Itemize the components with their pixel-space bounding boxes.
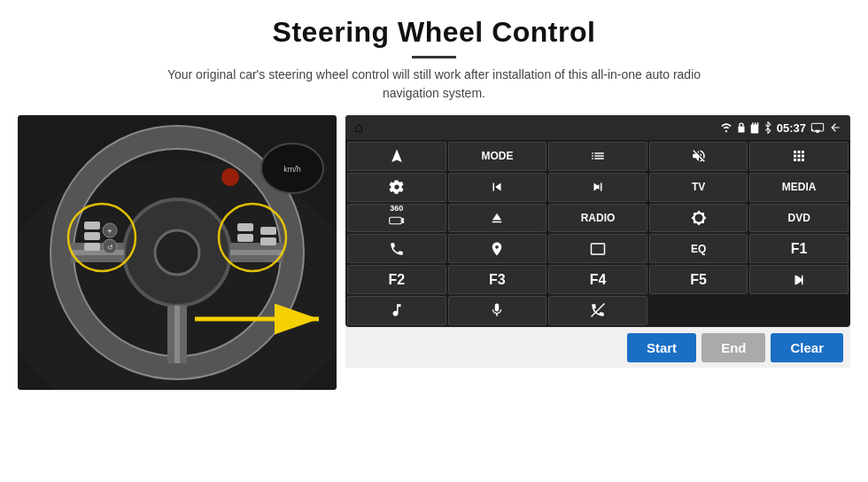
mode-button[interactable]: MODE <box>448 142 547 171</box>
mic-button[interactable] <box>448 296 547 325</box>
svg-rect-14 <box>84 222 100 229</box>
phone-end-button[interactable] <box>548 296 647 325</box>
tv-button[interactable]: TV <box>649 173 748 202</box>
svg-rect-31 <box>750 124 758 133</box>
apps-button[interactable] <box>749 142 849 171</box>
steering-wheel-image: + ↺ km/h <box>18 115 337 390</box>
f4-button[interactable]: F4 <box>548 265 647 294</box>
svg-rect-15 <box>84 232 100 240</box>
f3-button[interactable]: F3 <box>448 265 547 294</box>
back-icon[interactable] <box>829 121 841 134</box>
svg-rect-38 <box>390 218 402 225</box>
status-icons: 05:37 <box>720 121 841 135</box>
screen-button[interactable] <box>548 234 647 263</box>
mute-button[interactable] <box>649 142 748 171</box>
playpause-button[interactable] <box>749 265 849 294</box>
prev-button[interactable] <box>448 173 547 202</box>
brightness-button[interactable] <box>649 204 748 233</box>
media-button[interactable]: MEDIA <box>749 173 849 202</box>
next-button[interactable] <box>548 173 647 202</box>
wifi-icon <box>720 122 732 133</box>
svg-text:+: + <box>107 227 112 236</box>
stereo-panel: ⌂ <box>345 115 850 327</box>
lock-icon <box>737 121 746 134</box>
status-bar: ⌂ <box>345 115 850 140</box>
map-button[interactable] <box>448 234 547 263</box>
radio-button[interactable]: RADIO <box>548 204 647 233</box>
content-area: + ↺ km/h <box>0 115 868 482</box>
nav-button[interactable] <box>347 142 446 171</box>
list-button[interactable] <box>548 142 647 171</box>
svg-rect-21 <box>237 223 253 231</box>
dvd-button[interactable]: DVD <box>749 204 849 233</box>
button-grid: MODE <box>345 140 850 327</box>
page-header: Steering Wheel Control Your original car… <box>0 0 868 108</box>
eq-button[interactable]: EQ <box>649 234 748 263</box>
status-time: 05:37 <box>777 121 806 135</box>
svg-rect-16 <box>84 243 100 251</box>
header-divider <box>412 56 456 58</box>
bottom-action-bar: Start End Clear <box>345 327 850 368</box>
eject-button[interactable] <box>448 204 547 233</box>
svg-text:↺: ↺ <box>107 244 113 252</box>
svg-rect-36 <box>815 130 819 132</box>
end-button[interactable]: End <box>701 333 765 362</box>
svg-rect-34 <box>757 122 758 126</box>
svg-rect-37 <box>817 132 819 133</box>
svg-point-40 <box>401 221 404 223</box>
phone-button[interactable] <box>347 234 446 263</box>
f1-button[interactable]: F1 <box>749 234 849 263</box>
clear-button[interactable]: Clear <box>771 333 843 362</box>
svg-rect-33 <box>755 122 756 126</box>
page-title: Steering Wheel Control <box>35 16 833 49</box>
svg-rect-30 <box>738 127 744 133</box>
svg-rect-23 <box>260 227 276 235</box>
svg-rect-24 <box>260 237 276 245</box>
cast-icon <box>810 122 825 133</box>
stereo-full-panel: ⌂ <box>345 115 850 368</box>
svg-point-5 <box>155 230 199 275</box>
settings-button[interactable] <box>347 173 446 202</box>
f5-button[interactable]: F5 <box>649 265 748 294</box>
sd-icon <box>750 121 759 134</box>
cam360-button[interactable]: 360 <box>347 204 446 233</box>
music-button[interactable] <box>347 296 446 325</box>
bluetooth-icon <box>763 121 772 134</box>
svg-point-29 <box>221 168 239 186</box>
svg-text:km/h: km/h <box>283 165 301 174</box>
svg-rect-32 <box>752 122 753 126</box>
start-button[interactable]: Start <box>627 333 696 362</box>
svg-rect-22 <box>237 234 253 242</box>
svg-point-39 <box>401 218 404 221</box>
header-description: Your original car's steering wheel contr… <box>142 66 726 103</box>
f2-button[interactable]: F2 <box>347 265 446 294</box>
home-icon[interactable]: ⌂ <box>354 120 363 136</box>
